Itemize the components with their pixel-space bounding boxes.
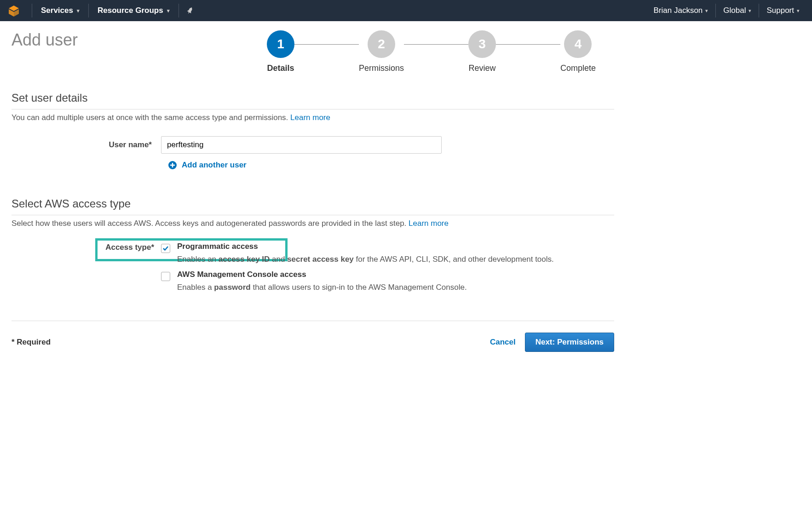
wizard-steps: 1 Details 2 Permissions 3 Review 4 Compl… xyxy=(267,30,614,73)
wizard-step-number: 3 xyxy=(468,30,496,58)
programmatic-access-content: Programmatic access Enables an access ke… xyxy=(177,242,614,265)
top-nav-left: Services ▾ Resource Groups ▾ xyxy=(7,0,195,21)
wizard-step-details[interactable]: 1 Details xyxy=(267,30,294,73)
desc-text: You can add multiple users at once with … xyxy=(12,113,290,122)
add-another-user-row[interactable]: Add another user xyxy=(168,161,614,170)
desc-text: Select how these users will access AWS. … xyxy=(12,219,409,228)
wizard-connector xyxy=(294,44,359,45)
top-nav-right: Brian Jackson ▾ Global ▾ Support ▾ xyxy=(648,0,805,21)
nav-services[interactable]: Services ▾ xyxy=(34,0,86,21)
access-type-programmatic-row: Access type* Programmatic access Enables… xyxy=(12,242,614,265)
wizard-connector xyxy=(404,44,468,45)
section-title-user-details: Set user details xyxy=(12,92,614,109)
plus-circle-icon xyxy=(168,161,177,170)
learn-more-link[interactable]: Learn more xyxy=(290,113,330,122)
programmatic-access-title: Programmatic access xyxy=(177,242,614,251)
wizard-step-label: Review xyxy=(468,63,495,73)
pin-icon[interactable] xyxy=(185,6,195,15)
wizard-step-number: 1 xyxy=(267,30,294,58)
nav-services-label: Services xyxy=(41,6,73,15)
chevron-down-icon: ▾ xyxy=(749,8,751,14)
nav-divider xyxy=(32,4,32,17)
wizard-step-label: Permissions xyxy=(359,63,404,73)
wizard-step-label: Complete xyxy=(560,63,596,73)
username-input[interactable] xyxy=(161,136,442,154)
chevron-down-icon: ▾ xyxy=(167,8,170,14)
nav-support-label: Support xyxy=(766,6,794,15)
page-header: Add user 1 Details 2 Permissions 3 Revie… xyxy=(12,30,614,73)
nav-divider xyxy=(759,4,759,17)
nav-account-label: Brian Jackson xyxy=(654,6,703,15)
console-access-title: AWS Management Console access xyxy=(177,270,614,279)
learn-more-link[interactable]: Learn more xyxy=(409,219,449,228)
cancel-button[interactable]: Cancel xyxy=(490,338,516,347)
programmatic-access-checkbox[interactable] xyxy=(161,244,170,253)
next-permissions-button[interactable]: Next: Permissions xyxy=(525,333,614,352)
chevron-down-icon: ▾ xyxy=(797,8,800,14)
console-access-checkbox[interactable] xyxy=(161,272,170,281)
nav-account[interactable]: Brian Jackson ▾ xyxy=(648,0,714,21)
username-label: User name* xyxy=(12,140,161,150)
username-row: User name* xyxy=(12,136,614,154)
chevron-down-icon: ▾ xyxy=(705,8,708,14)
required-note: * Required xyxy=(12,338,51,347)
add-another-user-link: Add another user xyxy=(182,161,247,170)
wizard-step-label: Details xyxy=(267,63,294,73)
chevron-down-icon: ▾ xyxy=(77,8,80,14)
footer: * Required Cancel Next: Permissions xyxy=(12,333,614,352)
nav-divider xyxy=(715,4,716,17)
wizard-step-number: 4 xyxy=(564,30,592,58)
nav-divider xyxy=(88,4,89,17)
wizard-step-number: 2 xyxy=(368,30,395,58)
wizard-step-review[interactable]: 3 Review xyxy=(468,30,496,73)
wizard-step-permissions[interactable]: 2 Permissions xyxy=(359,30,404,73)
section-desc-access-type: Select how these users will access AWS. … xyxy=(12,219,614,228)
footer-divider xyxy=(12,321,614,321)
nav-resource-groups-label: Resource Groups xyxy=(98,6,163,15)
access-type-label: Access type* xyxy=(12,242,161,252)
section-desc-user-details: You can add multiple users at once with … xyxy=(12,113,614,122)
nav-region[interactable]: Global ▾ xyxy=(718,0,757,21)
main-content: Add user 1 Details 2 Permissions 3 Revie… xyxy=(0,21,626,361)
wizard-connector xyxy=(496,44,560,45)
nav-region-label: Global xyxy=(723,6,746,15)
nav-resource-groups[interactable]: Resource Groups ▾ xyxy=(91,0,177,21)
nav-divider xyxy=(179,4,179,17)
wizard-step-complete[interactable]: 4 Complete xyxy=(560,30,596,73)
aws-logo-icon[interactable] xyxy=(7,4,21,17)
section-title-access-type: Select AWS access type xyxy=(12,197,614,215)
programmatic-access-desc: Enables an access key ID and secret acce… xyxy=(177,253,614,265)
nav-support[interactable]: Support ▾ xyxy=(761,0,805,21)
access-type-console-row: AWS Management Console access Enables a … xyxy=(12,270,614,293)
console-access-desc: Enables a password that allows users to … xyxy=(177,282,614,293)
footer-actions: Cancel Next: Permissions xyxy=(490,333,614,352)
page-title: Add user xyxy=(12,30,78,50)
console-access-content: AWS Management Console access Enables a … xyxy=(177,270,614,293)
top-nav: Services ▾ Resource Groups ▾ Brian Jacks… xyxy=(0,0,812,21)
